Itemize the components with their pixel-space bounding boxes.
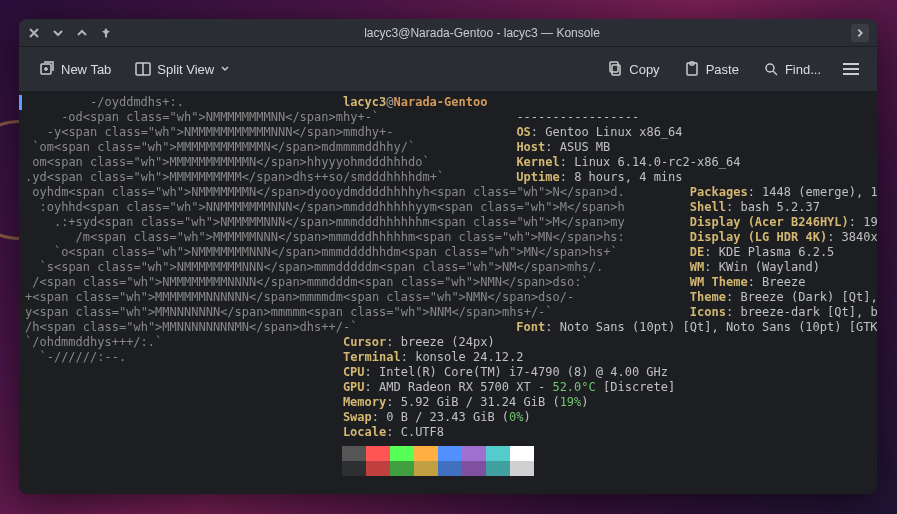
svg-point-6 [766, 64, 774, 72]
svg-rect-3 [612, 65, 620, 75]
titlebar-overflow-icon[interactable] [851, 24, 869, 42]
konsole-window: lacyc3@Narada-Gentoo - lacyc3 — Konsole … [19, 19, 877, 494]
menu-icon[interactable] [835, 55, 867, 83]
new-tab-label: New Tab [61, 62, 111, 77]
copy-button[interactable]: Copy [597, 55, 669, 83]
new-tab-button[interactable]: New Tab [29, 55, 121, 83]
window-title: lacyc3@Narada-Gentoo - lacyc3 — Konsole [123, 26, 841, 40]
find-button[interactable]: Find... [753, 55, 831, 83]
maximize-icon[interactable] [75, 26, 89, 40]
paste-label: Paste [706, 62, 739, 77]
copy-label: Copy [629, 62, 659, 77]
split-view-button[interactable]: Split View [125, 55, 240, 83]
close-icon[interactable] [27, 26, 41, 40]
svg-rect-2 [610, 62, 618, 72]
titlebar: lacyc3@Narada-Gentoo - lacyc3 — Konsole [19, 19, 877, 47]
active-line-indicator [19, 95, 22, 110]
terminal-output: -/oyddmdhs+:. lacyc3@Narada-Gentoo -od<s… [25, 95, 877, 490]
chevron-down-icon [220, 62, 230, 77]
paste-button[interactable]: Paste [674, 55, 749, 83]
toolbar: New Tab Split View Copy Paste Find... [19, 47, 877, 91]
find-label: Find... [785, 62, 821, 77]
split-view-label: Split View [157, 62, 214, 77]
minimize-icon[interactable] [51, 26, 65, 40]
pin-icon[interactable] [99, 26, 113, 40]
terminal-viewport[interactable]: -/oyddmdhs+:. lacyc3@Narada-Gentoo -od<s… [19, 91, 877, 494]
